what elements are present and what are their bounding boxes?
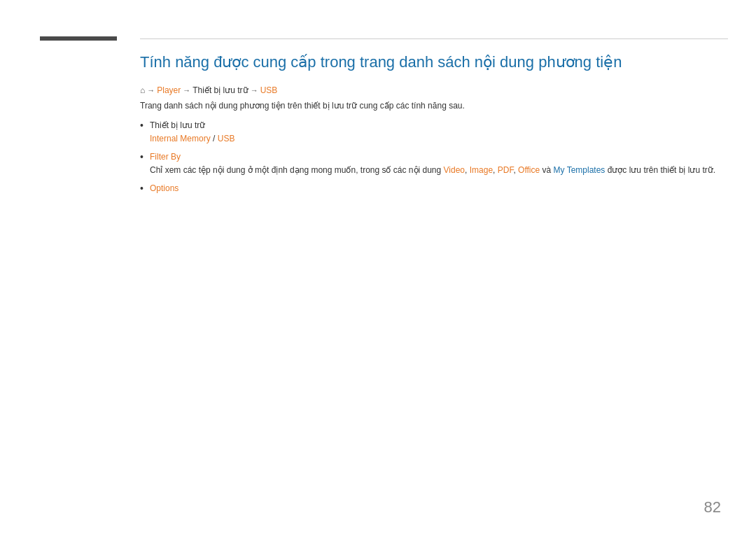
internal-memory-link: Internal Memory: [150, 134, 211, 143]
breadcrumb-arrow-2: →: [183, 86, 190, 94]
main-content: Tính năng được cung cấp trong trang danh…: [140, 52, 728, 200]
comma-1: ,: [465, 165, 470, 175]
description-text: Trang danh sách nội dung phương tiện trê…: [140, 99, 728, 112]
breadcrumb-storage: Thiết bị lưu trữ: [192, 85, 248, 95]
image-link: Image: [470, 165, 493, 175]
options-label: Options: [150, 183, 178, 193]
list-item-options: Options: [140, 182, 728, 195]
breadcrumb-arrow-1: →: [147, 86, 155, 94]
slash-separator: /: [211, 134, 218, 143]
office-link: Office: [518, 165, 540, 175]
va-text: và: [540, 165, 553, 175]
filter-by-label: Filter By: [150, 152, 181, 162]
usb-link: USB: [218, 134, 235, 143]
page-container: Tính năng được cung cấp trong trang danh…: [0, 0, 756, 534]
breadcrumb-player: Player: [157, 85, 181, 95]
breadcrumb-home-icon: ⌂: [140, 85, 145, 95]
feature-list: Thiết bị lưu trữ Internal Memory / USB F…: [140, 119, 728, 195]
video-link: Video: [444, 165, 465, 175]
sidebar-accent-bar: [40, 36, 117, 41]
storage-device-label: Thiết bị lưu trữ: [150, 120, 205, 130]
my-templates-link: My Templates: [554, 165, 606, 175]
filter-by-text-before: Chỉ xem các tệp nội dung ở một định dạng…: [150, 165, 444, 175]
page-number: 82: [704, 498, 721, 517]
page-title: Tính năng được cung cấp trong trang danh…: [140, 52, 728, 73]
breadcrumb-arrow-3: →: [251, 86, 258, 94]
breadcrumb: ⌂ → Player → Thiết bị lưu trữ → USB: [140, 85, 728, 95]
filter-by-description: Chỉ xem các tệp nội dung ở một định dạng…: [150, 164, 728, 176]
list-item-filter-by: Filter By Chỉ xem các tệp nội dung ở một…: [140, 150, 728, 176]
breadcrumb-usb: USB: [260, 85, 278, 95]
pdf-link: PDF: [498, 165, 514, 175]
top-divider-line: [140, 38, 728, 39]
comma-2: ,: [493, 165, 498, 175]
filter-by-text-after: được lưu trên thiết bị lưu trữ.: [605, 165, 715, 175]
list-item-storage: Thiết bị lưu trữ Internal Memory / USB: [140, 119, 728, 145]
storage-device-sublabel: Internal Memory / USB: [150, 132, 728, 145]
